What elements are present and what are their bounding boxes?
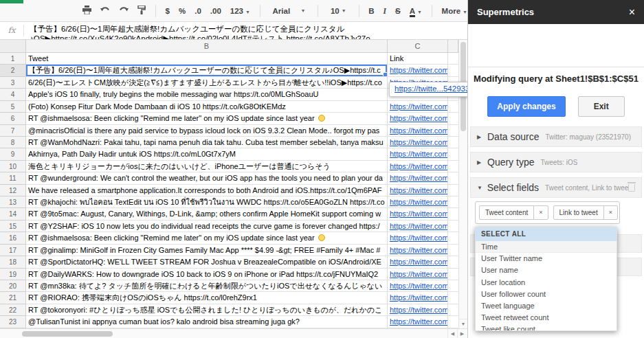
formula-bar[interactable]: fx 【予告】6/26(日)〜1周年超大感謝祭!カムバックユーザーの数に応じて全… [0, 22, 467, 40]
formula-bar-content[interactable]: 【予告】6/26(日)〜1周年超大感謝祭!カムバックユーザーの数に応じて全員にク… [24, 22, 467, 39]
scroll-left-icon[interactable]: ◀ [447, 329, 457, 338]
row-number[interactable]: 9 [0, 148, 26, 160]
strikethrough-button[interactable]: S [395, 7, 401, 15]
italic-button[interactable]: I [384, 7, 386, 15]
cell-empty[interactable] [448, 113, 458, 124]
cell-tweet[interactable]: Akhirnya, Path Daily Hadir untuk iOS htt… [26, 148, 388, 160]
cell-empty[interactable] [448, 125, 458, 137]
accordion-select-fields[interactable]: ▼Select fieldsTweet content, Link to twe… [470, 177, 642, 198]
cell-tweet[interactable]: (Foto) Konsep Fitur Dark Mode Dambaan di… [26, 101, 388, 113]
font-size-select[interactable]: 10▼ [328, 7, 349, 15]
cell-link[interactable]: https://twitter.com/Ma [388, 172, 448, 184]
cell-tweet[interactable]: RT @DailyWARKS: How to downgrade iOS 10 … [26, 269, 388, 280]
select-all-corner[interactable] [0, 40, 26, 53]
row-number[interactable]: 14 [0, 208, 26, 220]
row-number[interactable]: 12 [0, 185, 26, 196]
cell-tweet[interactable]: @TulisanTunist ini appnya cuman buat ios… [26, 316, 388, 328]
cell-link[interactable]: Link [388, 53, 448, 65]
row-number[interactable]: 11 [0, 172, 26, 184]
paint-format-button[interactable] [137, 5, 146, 16]
redo-button[interactable] [119, 6, 129, 16]
row-number[interactable]: 15 [0, 221, 26, 232]
bold-button[interactable]: B [368, 7, 374, 15]
cell-link[interactable]: https://twitter.com/JC [388, 148, 448, 160]
link-tooltip[interactable]: https://twitte...5429336 [389, 82, 467, 97]
cell-empty[interactable] [448, 269, 458, 280]
cell-empty[interactable] [448, 161, 458, 172]
cell-link[interactable]: https://twitter.com/ba [388, 208, 448, 220]
remove-chip-button[interactable]: × [533, 206, 547, 219]
cell-link[interactable]: https://twitter.com/rei [388, 221, 448, 232]
row-number[interactable]: 19 [0, 269, 26, 280]
cell-empty[interactable] [448, 137, 458, 148]
row-number[interactable]: 1 [0, 53, 26, 65]
cell-link[interactable]: https://twitter.com/lyr [388, 245, 448, 256]
cell-empty[interactable] [448, 292, 458, 304]
cell-empty[interactable] [448, 101, 458, 113]
trash-icon[interactable] [628, 184, 635, 192]
accordion-query-type[interactable]: ▶Query typeTweets: iOS [470, 152, 642, 172]
cell-link[interactable]: https://twitter.com/Su [388, 101, 448, 113]
cell-empty[interactable] [448, 53, 458, 65]
apply-changes-button[interactable]: Apply changes [487, 96, 565, 117]
field-chip[interactable]: Tweet content× [479, 205, 548, 220]
row-number[interactable]: 10 [0, 161, 26, 172]
dropdown-item[interactable]: User location [476, 277, 617, 289]
cell-empty[interactable] [448, 65, 458, 76]
row-number[interactable]: 8 [0, 137, 26, 148]
cell-link[interactable]: https://twitter.com/Ra [388, 137, 448, 148]
row-number[interactable]: 6 [0, 113, 26, 124]
cell-empty[interactable] [448, 245, 458, 256]
dropdown-item[interactable]: Time [476, 241, 617, 253]
cell-tweet[interactable]: Apple's iOS 10 finally, truly begins the… [26, 89, 388, 100]
cell-tweet[interactable]: RT @ishmaelsosa: Been clicking "Remind m… [26, 232, 388, 244]
cell-tweet[interactable]: @minacrisOficial is there any paid servi… [26, 125, 388, 137]
dropdown-item[interactable]: Tweet retweet count [476, 312, 617, 324]
cell-empty[interactable] [448, 256, 458, 268]
cell-link[interactable]: https://twitter.com/dd [388, 196, 448, 208]
cell-empty[interactable] [448, 232, 458, 244]
cell-tweet[interactable]: 【予告】6/26(日)〜1周年超大感謝祭!カムバックユーザーの数に応じて全員にク… [26, 65, 388, 76]
cell-link[interactable]: https://twitter.com/Sa [388, 185, 448, 196]
cell-link[interactable]: https://twitter.com/sg [388, 256, 448, 268]
dropdown-item[interactable]: User name [476, 264, 617, 276]
cell-empty[interactable] [448, 221, 458, 232]
row-number[interactable]: 22 [0, 304, 26, 316]
cell-tweet[interactable]: Tweet [26, 53, 388, 65]
decrease-decimals-button[interactable]: .0 [195, 7, 201, 15]
scroll-down-icon[interactable]: ▼ [459, 319, 467, 328]
row-number[interactable]: 7 [0, 125, 26, 137]
dropdown-item[interactable]: User Twitter name [476, 253, 617, 264]
cell-empty[interactable] [448, 208, 458, 220]
column-header-d-partial[interactable] [448, 40, 458, 53]
cell-tweet[interactable]: We have released a smartphone applicatio… [26, 185, 388, 196]
row-number[interactable]: 2 [0, 65, 26, 76]
format-percent-button[interactable]: % [179, 7, 186, 15]
row-number[interactable]: 3 [0, 77, 26, 89]
format-currency-button[interactable]: $ [166, 7, 170, 15]
cell-link[interactable]: https://twitter.com/3n [388, 232, 448, 244]
cell-tweet[interactable]: RT @tokoronyori: #ひとりぼっち惑星 iOSでも公開されました!… [26, 304, 388, 316]
cell-empty[interactable] [448, 304, 458, 316]
dropdown-item[interactable]: Tweet language [476, 300, 617, 312]
dropdown-select-all[interactable]: SELECT ALL [476, 227, 617, 241]
cell-link[interactable]: https://twitter.com/let [388, 316, 448, 328]
horizontal-scrollbar[interactable]: ◀ ▶ [0, 328, 467, 338]
more-menu[interactable]: More▼ [442, 7, 467, 15]
row-number[interactable]: 13 [0, 196, 26, 208]
row-number[interactable]: 5 [0, 101, 26, 113]
scroll-right-icon[interactable]: ▶ [457, 329, 467, 338]
cell-empty[interactable] [448, 185, 458, 196]
print-button[interactable] [82, 5, 91, 16]
selected-fields-box[interactable]: Tweet content×Link to tweet× [475, 201, 620, 224]
cell-tweet[interactable]: RT @Y2SHAF: iOS 10 now lets you do indiv… [26, 221, 388, 232]
cell-tweet[interactable]: RT @WanMohdNazri: Pakai tahu, tapi nama … [26, 137, 388, 148]
row-number[interactable]: 21 [0, 292, 26, 304]
font-family-select[interactable]: Arial▼ [270, 7, 309, 15]
cell-empty[interactable] [448, 172, 458, 184]
cell-tweet[interactable]: 海色とキリキリジョーカーがiosに来たのはいいけど、iPhoneユーザーは普通に… [26, 161, 388, 172]
cell-empty[interactable] [448, 280, 458, 292]
row-number[interactable]: 16 [0, 232, 26, 244]
cell-empty[interactable] [448, 316, 458, 328]
row-number[interactable]: 20 [0, 280, 26, 292]
